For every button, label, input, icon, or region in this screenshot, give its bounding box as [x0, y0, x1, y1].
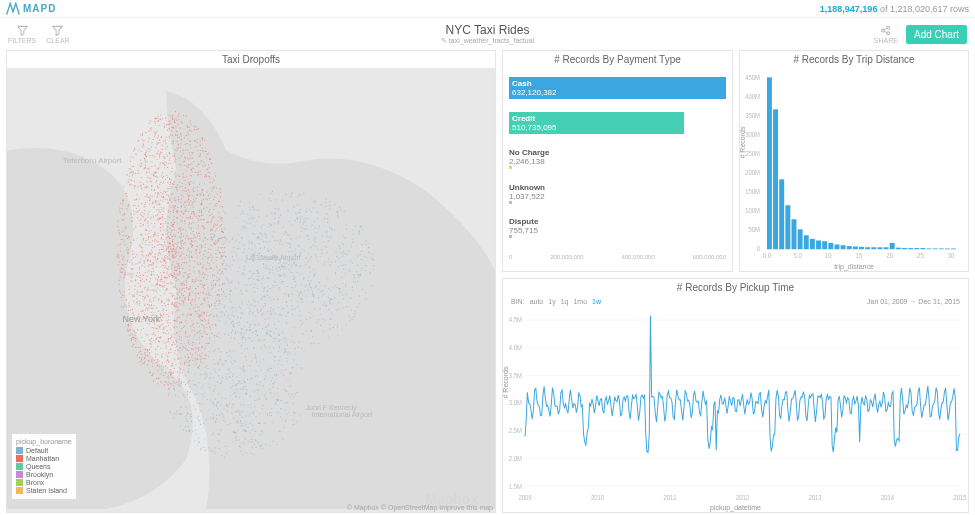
svg-point-1363	[201, 246, 202, 247]
svg-point-3003	[254, 287, 255, 288]
payment-bar[interactable]: Credit510,735,095	[509, 112, 726, 134]
svg-point-1782	[160, 281, 161, 282]
svg-point-851	[177, 359, 178, 360]
svg-point-1004	[142, 212, 143, 213]
svg-point-1362	[178, 201, 179, 202]
add-chart-button[interactable]: Add Chart	[906, 25, 967, 44]
svg-point-1643	[167, 330, 168, 331]
topbar: MAPD 1,188,947,196 of 1,218,020,617 rows	[0, 0, 975, 18]
svg-point-1873	[160, 199, 161, 200]
svg-point-1909	[200, 251, 201, 252]
legend-item[interactable]: Bronx	[16, 479, 72, 486]
svg-point-1703	[168, 361, 169, 362]
svg-point-1980	[139, 164, 140, 165]
svg-point-2277	[216, 277, 217, 278]
svg-point-810	[164, 333, 165, 334]
svg-point-1461	[195, 126, 196, 127]
svg-point-1679	[151, 166, 152, 167]
svg-point-1995	[160, 238, 161, 239]
legend-item[interactable]: Staten Island	[16, 487, 72, 494]
distance-chart[interactable]: # Records 050M100M150M200M250M300M350M40…	[740, 68, 968, 262]
svg-point-3266	[259, 398, 260, 399]
filters-button[interactable]: FILTERS	[8, 25, 36, 44]
svg-point-2759	[213, 243, 214, 244]
svg-point-3546	[232, 325, 233, 326]
svg-point-1453	[177, 357, 178, 358]
svg-point-3664	[219, 433, 220, 434]
svg-point-2058	[202, 258, 203, 259]
svg-point-2796	[288, 211, 289, 212]
svg-point-1529	[150, 218, 151, 219]
svg-point-3630	[178, 380, 179, 381]
payment-bar[interactable]: Unknown1,037,522	[509, 183, 726, 204]
svg-point-3210	[215, 349, 216, 350]
svg-point-1798	[150, 274, 151, 275]
svg-point-1524	[154, 246, 155, 247]
bin-option[interactable]: 1y	[548, 298, 555, 305]
svg-point-3228	[279, 401, 280, 402]
svg-point-2502	[260, 311, 261, 312]
svg-point-2865	[348, 251, 349, 252]
map-canvas[interactable]: New York Teterboro Airport LaGuardia Air…	[7, 68, 495, 512]
svg-point-2562	[301, 320, 302, 321]
svg-point-554	[203, 234, 204, 235]
svg-point-3267	[183, 395, 184, 396]
svg-point-3290	[180, 380, 181, 381]
svg-point-1552	[152, 155, 153, 156]
svg-point-3040	[220, 311, 221, 312]
brand-logo[interactable]: MAPD	[6, 2, 56, 16]
svg-point-699	[203, 226, 204, 227]
svg-point-1883	[150, 343, 151, 344]
payment-bar[interactable]: No Charge2,246,138	[509, 148, 726, 169]
svg-point-1370	[174, 344, 175, 345]
svg-point-2755	[241, 293, 242, 294]
svg-point-2065	[166, 314, 167, 315]
bin-option[interactable]: 1w	[592, 298, 601, 305]
legend-item[interactable]: Queens	[16, 463, 72, 470]
svg-point-3342	[251, 361, 252, 362]
svg-point-1823	[191, 227, 192, 228]
svg-point-786	[160, 348, 161, 349]
svg-rect-3736	[865, 247, 870, 249]
svg-point-3477	[245, 431, 246, 432]
svg-point-809	[195, 146, 196, 147]
svg-point-2585	[229, 282, 230, 283]
svg-point-3445	[189, 431, 190, 432]
legend-item[interactable]: Brooklyn	[16, 471, 72, 478]
share-button[interactable]: SHARE	[874, 25, 898, 44]
bin-controls[interactable]: BIN: auto1y1q1mo1w	[511, 298, 606, 305]
svg-point-3005	[261, 308, 262, 309]
svg-point-2197	[198, 347, 199, 348]
svg-point-998	[162, 286, 163, 287]
svg-point-2909	[317, 249, 318, 250]
svg-point-2770	[203, 277, 204, 278]
svg-point-2855	[369, 274, 370, 275]
svg-point-594	[201, 352, 202, 353]
svg-point-1586	[163, 176, 164, 177]
svg-point-1196	[155, 176, 156, 177]
svg-point-2309	[270, 200, 271, 201]
legend-item[interactable]: Manhattan	[16, 455, 72, 462]
payment-bar[interactable]: Cash632,120,382	[509, 77, 726, 99]
svg-point-2945	[296, 217, 297, 218]
svg-point-1799	[185, 336, 186, 337]
svg-point-1508	[178, 294, 179, 295]
svg-point-1466	[191, 228, 192, 229]
time-chart[interactable]: # Records 1.5M2.0M2.5M3.0M3.5M4.0M4.5M20…	[503, 307, 968, 503]
bin-option[interactable]: 1mo	[573, 298, 587, 305]
bin-option[interactable]: 1q	[561, 298, 569, 305]
svg-point-3653	[233, 403, 234, 404]
svg-point-2044	[175, 249, 176, 250]
clear-button[interactable]: CLEAR	[46, 25, 69, 44]
svg-point-1549	[170, 322, 171, 323]
svg-point-1821	[167, 283, 168, 284]
svg-point-1636	[211, 305, 212, 306]
payment-chart[interactable]: Cash632,120,382Credit510,735,095No Charg…	[503, 68, 732, 271]
bin-option[interactable]: auto	[530, 298, 544, 305]
payment-bar[interactable]: Dispute755,715	[509, 217, 726, 238]
legend-item[interactable]: Default	[16, 447, 72, 454]
svg-point-1954	[186, 166, 187, 167]
svg-point-1838	[208, 152, 209, 153]
svg-point-3231	[280, 356, 281, 357]
svg-point-661	[137, 217, 138, 218]
